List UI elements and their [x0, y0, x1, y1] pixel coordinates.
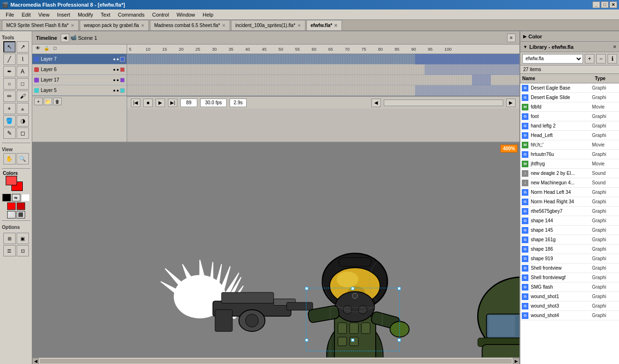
stage-area[interactable]: 400% ◀ ▶	[32, 143, 519, 364]
layer-row-5[interactable]: Layer 5 ● ●	[32, 85, 127, 96]
fill-color-swatch[interactable]	[6, 176, 17, 185]
tool-lasso[interactable]: ⌇	[17, 54, 29, 65]
library-item-19[interactable]: GShell frontviewGraphi	[520, 264, 619, 273]
tab-weapon[interactable]: weapon pack by grabel.fla ✕	[80, 20, 149, 30]
library-item-7[interactable]: Ghrtuutrr76uGraphi	[520, 150, 619, 159]
tab-madness[interactable]: Madness combat 6.5 Sheet.fla* ✕	[150, 20, 230, 30]
maximize-button[interactable]: □	[601, 1, 609, 8]
prev-keyframe-button[interactable]: |◀	[131, 99, 140, 107]
library-item-13[interactable]: Grthe5675gbey7Graphi	[520, 207, 619, 216]
tab-weapon-close[interactable]: ✕	[141, 23, 145, 28]
library-item-18[interactable]: Gshape 919Graphi	[520, 254, 619, 264]
library-panel-header[interactable]: ▼ Library - efwfw.fla ≡	[520, 42, 619, 52]
scroll-right-button[interactable]: ▶	[506, 99, 516, 107]
library-delete-btn[interactable]: −	[596, 54, 606, 64]
menu-file[interactable]: File	[2, 11, 18, 18]
library-item-12[interactable]: GNorm Head Right 34Graphi	[520, 197, 619, 207]
tool-hand[interactable]: ✋	[3, 153, 16, 164]
tool-pen[interactable]: ✒	[3, 66, 16, 77]
black-white-swatch[interactable]	[2, 194, 11, 201]
library-item-4[interactable]: Ghand leftg 2Graphi	[520, 121, 619, 131]
add-folder-button[interactable]: 📁	[44, 98, 52, 105]
tool-rect[interactable]: □	[17, 78, 29, 90]
library-file-select[interactable]: efwfw.fla	[522, 54, 583, 64]
tool-paint[interactable]: ◑	[17, 115, 29, 127]
library-item-2[interactable]: MfdbfdMovie	[520, 102, 619, 112]
tab-mc9-close[interactable]: ✕	[71, 23, 74, 28]
library-item-24[interactable]: Gwound_shot4Graphi	[520, 311, 619, 320]
library-item-22[interactable]: Gwound_shot1Graphi	[520, 292, 619, 301]
tool-fill[interactable]: ⟁	[17, 103, 29, 114]
scroll-left-button[interactable]: ◀	[371, 99, 381, 107]
library-item-0[interactable]: GDesert Eagle BaseGraphi	[520, 83, 619, 93]
tool-brush[interactable]: 🖌	[17, 91, 29, 102]
tool-freexform[interactable]: ⌖	[3, 103, 16, 114]
title-bar-controls[interactable]: _ □ ✕	[592, 1, 617, 8]
layer-row-6[interactable]: Layer 6 ● ●	[32, 64, 127, 75]
library-item-5[interactable]: GHead_LeftGraphi	[520, 131, 619, 140]
play-button[interactable]: ▶	[156, 99, 165, 107]
tool-text[interactable]: A	[17, 66, 29, 77]
option-btn-4[interactable]: ⊡	[17, 245, 29, 256]
menu-control[interactable]: Control	[148, 11, 173, 18]
next-keyframe-button[interactable]: ▶|	[168, 99, 177, 107]
tool-arrow[interactable]: ↖	[3, 41, 16, 53]
layer-row-7[interactable]: Layer 7 ● ●	[32, 54, 127, 64]
menu-help[interactable]: Help	[199, 11, 217, 18]
library-item-6[interactable]: Mhh;h;;'Movie	[520, 140, 619, 150]
option-btn-3[interactable]: ☰	[3, 245, 16, 256]
swap-colors[interactable]: ⇆	[12, 194, 20, 201]
nav-back-button[interactable]: ◀	[61, 34, 69, 42]
library-new-btn[interactable]: +	[585, 54, 594, 64]
color-extra-1[interactable]	[7, 202, 16, 210]
tab-efwfw-close[interactable]: ✕	[334, 23, 338, 28]
no-color-swatch[interactable]	[21, 194, 30, 201]
library-item-8[interactable]: MjhtfhygMovie	[520, 159, 619, 169]
library-item-11[interactable]: GNorm Head Left 34Graphi	[520, 188, 619, 197]
tab-mc9[interactable]: MC9 Sprite Sheet Flash 8.fla* ✕	[2, 20, 79, 30]
library-item-20[interactable]: GShell frontviewgfGraphi	[520, 273, 619, 282]
scroll-right-btn[interactable]: ▶	[513, 358, 519, 364]
minimize-button[interactable]: _	[592, 1, 600, 8]
timeline-options-button[interactable]: ≡	[507, 34, 516, 42]
layer-row-17[interactable]: Layer 17 ● ●	[32, 75, 127, 85]
menu-text[interactable]: Text	[97, 11, 114, 18]
hscroll-thumb[interactable]	[40, 359, 512, 364]
color-extra-3[interactable]: ⬜	[7, 211, 16, 218]
library-item-17[interactable]: Gshape 186Graphi	[520, 245, 619, 254]
tool-subselect[interactable]: ↗	[17, 41, 29, 53]
tab-efwfw[interactable]: efwfw.fla* ✕	[306, 20, 342, 30]
library-item-21[interactable]: GSMG flashGraphi	[520, 282, 619, 292]
library-options-icon[interactable]: ≡	[613, 44, 616, 49]
library-item-16[interactable]: Gshape 161gGraphi	[520, 235, 619, 245]
tool-line[interactable]: ╱	[3, 54, 16, 65]
stage-hscrollbar[interactable]: ◀ ▶	[32, 357, 519, 364]
library-item-14[interactable]: Gshape 144Graphi	[520, 216, 619, 226]
delete-layer-button[interactable]: 🗑	[53, 98, 62, 105]
tool-pencil[interactable]: ✏	[3, 91, 16, 102]
tab-madness-close[interactable]: ✕	[222, 23, 226, 28]
tool-eyedropper[interactable]: ✎	[3, 127, 16, 139]
library-item-9[interactable]: ♪new deagle 2 by El...Sound	[520, 169, 619, 178]
add-layer-button[interactable]: +	[34, 98, 43, 105]
library-item-10[interactable]: ♪new Machinegun 4...Sound	[520, 178, 619, 188]
menu-insert[interactable]: Insert	[53, 11, 74, 18]
tab-incident-close[interactable]: ✕	[297, 23, 301, 28]
library-item-23[interactable]: Gwound_shot3Graphi	[520, 301, 619, 311]
tool-oval[interactable]: ○	[3, 78, 16, 90]
timeline-tab-label[interactable]: Timeline	[36, 35, 57, 41]
menu-edit[interactable]: Edit	[18, 11, 35, 18]
color-panel-header[interactable]: ▶ Color	[520, 31, 619, 42]
close-button[interactable]: ✕	[610, 1, 617, 8]
color-extra-2[interactable]	[17, 202, 25, 210]
library-item-3[interactable]: GfootGraphi	[520, 112, 619, 121]
stop-button[interactable]: ■	[143, 99, 153, 107]
library-item-15[interactable]: Gshape 145Graphi	[520, 226, 619, 235]
menu-modify[interactable]: Modify	[74, 11, 97, 18]
tool-zoom[interactable]: 🔍	[17, 153, 29, 164]
option-btn-2[interactable]: ▣	[17, 233, 29, 244]
option-btn-1[interactable]: ⊞	[3, 233, 16, 244]
tool-ink[interactable]: 🪣	[3, 115, 16, 127]
tool-eraser[interactable]: ◻	[17, 127, 29, 139]
color-extra-4[interactable]: ⬛	[17, 211, 25, 218]
